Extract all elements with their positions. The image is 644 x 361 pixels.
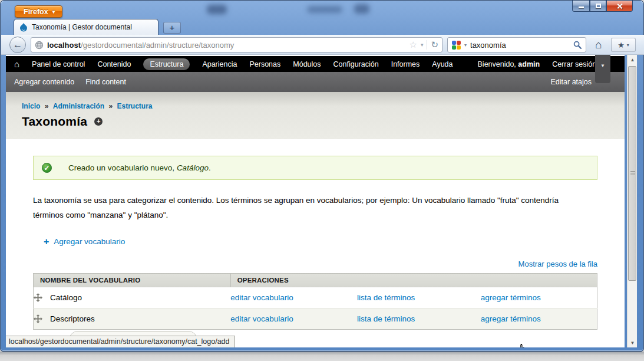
status-message-text: Creado un vocabulario nuevo, Catálogo. (68, 163, 211, 172)
term-list-link[interactable]: lista de términos (357, 293, 415, 302)
url-dropdown-icon[interactable]: ▾ (421, 42, 424, 48)
search-input[interactable]: taxonomía (470, 41, 570, 50)
back-button[interactable]: ← (9, 37, 26, 53)
admin-menu-panel[interactable]: Panel de control (32, 60, 85, 68)
show-row-weights-link[interactable]: Mostrar pesos de la fila (518, 260, 597, 268)
url-path: /gestordocumental/admin/structure/taxono… (81, 41, 234, 50)
add-vocabulary-link[interactable]: Agregar vocabulario (54, 237, 125, 246)
breadcrumb-administracion[interactable]: Administración (53, 102, 104, 110)
welcome-text: Bienvenido, admin (478, 60, 540, 68)
admin-menu-estructura[interactable]: Estructura (143, 58, 190, 70)
page-viewport: ⌂ Panel de control Contenido Estructura … (6, 55, 625, 347)
mouse-cursor-hand (516, 343, 529, 347)
add-terms-link[interactable]: agregar términos (481, 314, 541, 323)
new-tab-button[interactable]: + (163, 22, 181, 34)
admin-menu-contenido[interactable]: Contenido (97, 60, 131, 68)
vocabulary-name: Descriptores (50, 314, 95, 323)
drag-handle-icon[interactable] (34, 314, 42, 323)
close-icon (616, 3, 623, 9)
page-title: Taxonomía (22, 114, 87, 129)
url-host: localhost (47, 41, 81, 50)
home-button[interactable]: ⌂ (591, 38, 606, 51)
scrollbar-thumb[interactable] (628, 66, 636, 281)
admin-menu-informes[interactable]: Informes (391, 60, 420, 68)
scrollbar-grip (630, 171, 635, 176)
window-controls (572, 1, 633, 12)
weights-row: Mostrar pesos de la fila (33, 260, 597, 268)
browser-window: Firefox ▾ Taxonomía | Gestor documental … (0, 0, 644, 352)
search-box[interactable]: ▾ taxonomía (447, 37, 586, 52)
bookmarks-button[interactable]: ★ ▾ (611, 38, 636, 52)
engine-dropdown-icon[interactable]: ▾ (464, 42, 467, 48)
toolbar-caret-icon: ▼ (600, 63, 605, 68)
breadcrumb: Inicio » Administración » Estructura (22, 102, 625, 110)
add-vocabulary-row: + Agregar vocabulario (44, 237, 597, 247)
bookmarks-star-icon: ★ (617, 41, 625, 50)
header-operations: OPERACIONES (230, 273, 597, 287)
search-icon[interactable] (573, 41, 582, 49)
admin-menu-modulos[interactable]: Módulos (293, 60, 321, 68)
scroll-down-button[interactable]: ▼ (628, 338, 638, 347)
status-message: ✓ Creado un vocabulario nuevo, Catálogo. (33, 156, 597, 180)
add-shortcut-icon[interactable]: + (94, 117, 103, 126)
table-header-row: NOMBRE DEL VOCABULARIO OPERACIONES (34, 273, 597, 287)
success-check-icon: ✓ (42, 163, 52, 173)
glass-smudge (354, 4, 369, 14)
globe-icon (35, 41, 44, 50)
admin-menu-configuracion[interactable]: Configuración (333, 60, 379, 68)
page-header: Inicio » Administración » Estructura Tax… (6, 92, 625, 139)
vertical-scrollbar[interactable]: ▲ ▼ (627, 55, 637, 347)
navigation-toolbar: ← localhost/gestordocumental/admin/struc… (1, 35, 644, 55)
minimize-button[interactable] (572, 1, 590, 12)
status-bar-link-preview: localhost/gestordocumental/admin/structu… (6, 336, 235, 347)
breadcrumb-separator: » (45, 102, 49, 110)
term-list-link[interactable]: lista de términos (357, 314, 415, 323)
url-bar[interactable]: localhost/gestordocumental/admin/structu… (31, 37, 442, 52)
maximize-button[interactable] (590, 1, 606, 12)
admin-home-icon[interactable]: ⌂ (14, 60, 19, 68)
firefox-menu-button[interactable]: Firefox ▾ (15, 5, 62, 18)
username: admin (518, 60, 540, 68)
url-bar-icons: ☆ ▾ ↻ (409, 40, 438, 50)
main-content: ✓ Creado un vocabulario nuevo, Catálogo.… (6, 139, 625, 330)
breadcrumb-estructura[interactable]: Estructura (117, 102, 152, 110)
edit-vocabulary-link[interactable]: editar vocabulario (230, 314, 293, 323)
drupal-favicon (19, 23, 28, 32)
reload-icon[interactable]: ↻ (431, 40, 438, 50)
drag-handle-icon[interactable] (34, 293, 42, 302)
toolbar-toggle-button[interactable]: ▼ (595, 55, 610, 83)
add-content-link[interactable]: Agregar contenido (14, 78, 74, 86)
glass-smudge (207, 5, 227, 14)
edit-shortcuts-link[interactable]: Editar atajos (551, 78, 592, 86)
edit-vocabulary-link[interactable]: editar vocabulario (230, 293, 293, 302)
firefox-menu-label: Firefox (24, 8, 48, 16)
admin-menu-personas[interactable]: Personas (249, 60, 280, 68)
taxonomy-description: La taxonomía se usa para categorizar el … (33, 193, 584, 223)
scroll-up-button[interactable]: ▲ (628, 55, 638, 64)
screenshot: Firefox ▾ Taxonomía | Gestor documental … (0, 0, 644, 361)
bookmarks-caret-icon: ▾ (627, 42, 629, 48)
breadcrumb-separator: » (108, 102, 113, 110)
minimize-icon (579, 6, 584, 8)
close-button[interactable] (606, 1, 633, 12)
logout-link[interactable]: Cerrar sesión (552, 60, 596, 68)
bookmark-star-icon[interactable]: ☆ (409, 40, 417, 50)
chevron-down-icon: ▾ (52, 9, 55, 15)
vocabulary-table: NOMBRE DEL VOCABULARIO OPERACIONES Catál… (33, 273, 597, 330)
divider (427, 40, 427, 50)
url-text[interactable]: localhost/gestordocumental/admin/structu… (47, 41, 405, 50)
admin-menu-apariencia[interactable]: Apariencia (202, 60, 237, 68)
plus-icon: + (44, 237, 49, 247)
header-vocabulary-name: NOMBRE DEL VOCABULARIO (34, 273, 231, 287)
glass-smudge (307, 6, 342, 13)
title-bar: Firefox ▾ (1, 1, 643, 18)
breadcrumb-inicio[interactable]: Inicio (22, 102, 40, 110)
add-terms-link[interactable]: agregar términos (481, 293, 541, 302)
find-content-link[interactable]: Find content (85, 78, 126, 86)
shortcut-bar: Agregar contenido Find content Editar at… (6, 72, 625, 92)
drupal-admin-toolbar: ⌂ Panel de control Contenido Estructura … (6, 56, 625, 72)
google-engine-icon[interactable] (452, 41, 461, 50)
admin-menu-ayuda[interactable]: Ayuda (432, 60, 453, 68)
tab-title: Taxonomía | Gestor documental (32, 23, 132, 31)
tab-taxonomia[interactable]: Taxonomía | Gestor documental (14, 19, 158, 35)
